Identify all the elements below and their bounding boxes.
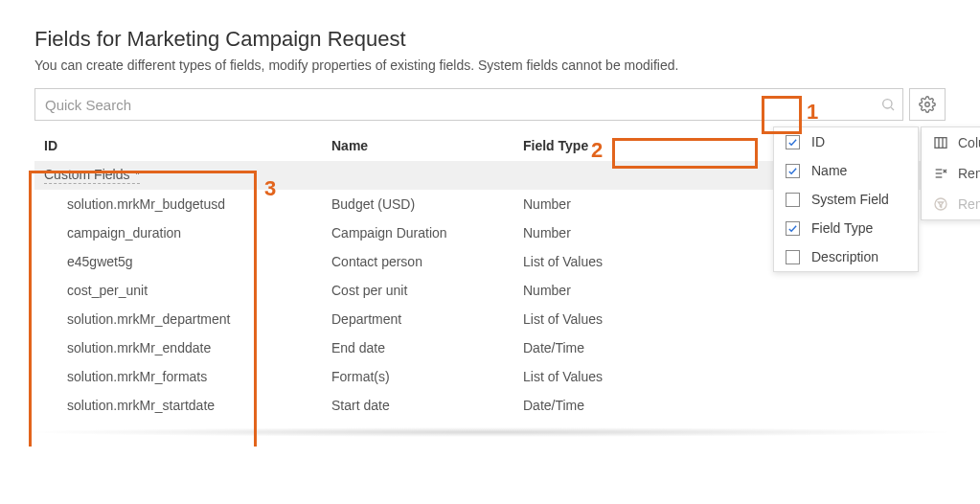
menu-item-label: Remove grouping — [958, 166, 980, 181]
svg-point-11 — [935, 198, 946, 210]
cell-name: Budget (USD) — [331, 196, 523, 212]
cell-name: Department — [331, 311, 523, 327]
column-header-name[interactable]: Name — [331, 138, 523, 153]
filter-icon — [933, 196, 948, 212]
cell-id: solution.mrkMr_startdate — [67, 398, 331, 413]
table-row[interactable]: cost_per_unitCost per unitNumber — [34, 276, 946, 305]
caret-up-icon: ˄ — [135, 171, 140, 181]
decorative-shadow — [19, 427, 961, 437]
cell-id: solution.mrkMr_formats — [67, 369, 331, 384]
columns-option[interactable]: ID — [774, 127, 918, 156]
cell-type: List of Values — [523, 254, 657, 269]
cell-type: Number — [523, 283, 657, 298]
menu-item-label: Remove filter — [958, 196, 980, 212]
columns-option-label: ID — [811, 134, 825, 149]
cell-name: Start date — [331, 398, 523, 413]
table-row[interactable]: solution.mrkMr_enddateEnd dateDate/Time — [34, 333, 946, 362]
gear-icon — [919, 96, 936, 113]
cell-type: Date/Time — [523, 340, 657, 355]
svg-rect-3 — [935, 138, 946, 149]
cell-type: Number — [523, 225, 657, 241]
columns-option-label: System Field — [811, 192, 889, 207]
check-icon — [787, 223, 798, 234]
checkbox[interactable] — [786, 135, 800, 149]
columns-option-label: Description — [811, 249, 878, 264]
cell-name: End date — [331, 340, 523, 355]
settings-menu: Columns ▸ Remove grouping Remove filter — [921, 126, 980, 220]
cell-name: Contact person — [331, 254, 523, 269]
cell-id: cost_per_unit — [67, 283, 331, 298]
cell-id: solution.mrkMr_budgetusd — [67, 196, 331, 212]
cell-id: e45gwet5g — [67, 254, 331, 269]
columns-option[interactable]: Name — [774, 156, 918, 185]
cell-type: List of Values — [523, 311, 657, 327]
cell-type: List of Values — [523, 369, 657, 384]
columns-submenu: IDNameSystem FieldField TypeDescription — [773, 126, 919, 272]
columns-option-label: Name — [811, 163, 847, 178]
group-label-text: Custom Fields — [44, 167, 129, 182]
search-input[interactable] — [34, 88, 903, 121]
cell-id: campaign_duration — [67, 225, 331, 241]
svg-point-2 — [925, 103, 930, 107]
table-row[interactable]: solution.mrkMr_startdateStart dateDate/T… — [34, 391, 946, 420]
table-row[interactable]: solution.mrkMr_departmentDepartmentList … — [34, 305, 946, 333]
cell-name: Campaign Duration — [331, 225, 523, 241]
columns-icon — [933, 135, 948, 150]
settings-button[interactable] — [909, 88, 946, 121]
page-subtitle: You can create different types of fields… — [34, 57, 946, 73]
columns-option[interactable]: Field Type — [774, 214, 918, 242]
columns-option-label: Field Type — [811, 220, 873, 236]
menu-item-label: Columns — [958, 135, 980, 150]
remove-grouping-icon — [933, 166, 948, 181]
checkbox[interactable] — [786, 250, 800, 264]
columns-option[interactable]: Description — [774, 242, 918, 271]
cell-type: Number — [523, 196, 657, 212]
checkbox[interactable] — [786, 164, 800, 178]
menu-item-remove-grouping[interactable]: Remove grouping — [922, 158, 980, 189]
menu-item-remove-filter: Remove filter — [922, 189, 980, 219]
checkbox[interactable] — [786, 221, 800, 236]
table-row[interactable]: solution.mrkMr_formatsFormat(s)List of V… — [34, 362, 946, 391]
column-header-id[interactable]: ID — [44, 138, 331, 153]
page-title: Fields for Marketing Campaign Request — [34, 27, 946, 52]
cell-type: Date/Time — [523, 398, 657, 413]
cell-name: Format(s) — [331, 369, 523, 384]
cell-id: solution.mrkMr_department — [67, 311, 331, 327]
columns-option[interactable]: System Field — [774, 185, 918, 214]
column-header-type[interactable]: Field Type — [523, 138, 657, 153]
check-icon — [787, 137, 798, 148]
check-icon — [787, 166, 798, 176]
checkbox[interactable] — [786, 193, 800, 207]
menu-item-columns[interactable]: Columns ▸ — [922, 127, 980, 158]
cell-name: Cost per unit — [331, 283, 523, 298]
cell-id: solution.mrkMr_enddate — [67, 340, 331, 355]
